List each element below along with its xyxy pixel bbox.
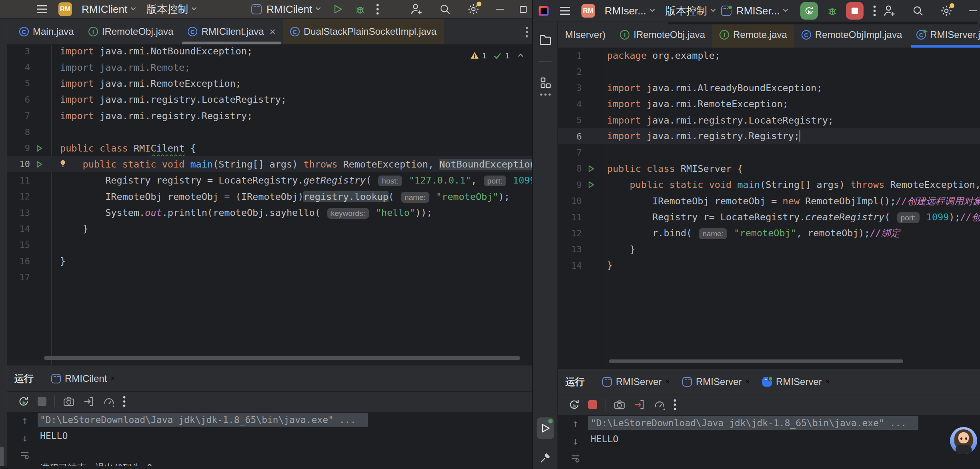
partial-stripe-icon[interactable] bbox=[0, 447, 4, 466]
run-tool-window: 运行 RMICilent× ↑ ↓ "D:\LeStoreDownload\Ja… bbox=[7, 365, 532, 466]
editor-tab-remoteobjimpl-java[interactable]: CRemoteObjImpl.java bbox=[794, 22, 909, 48]
code-with-me-icon[interactable] bbox=[410, 3, 423, 16]
stop-icon[interactable] bbox=[588, 400, 597, 409]
minimize-button[interactable] bbox=[496, 9, 504, 10]
run-config-name[interactable]: RMICilent bbox=[267, 3, 312, 16]
main-menu-icon[interactable] bbox=[35, 2, 49, 16]
project-badge[interactable]: RM bbox=[58, 2, 72, 16]
project-folder-icon[interactable] bbox=[533, 33, 557, 47]
code-line-2: 2 bbox=[558, 64, 980, 80]
settings-gear-icon[interactable] bbox=[940, 4, 953, 17]
code-editor[interactable]: 1package org.example;23import java.rmi.A… bbox=[558, 48, 980, 368]
code-line-8: 8public class RMIServer { bbox=[558, 161, 980, 177]
scroll-down-icon[interactable]: ↓ bbox=[572, 435, 579, 447]
rerun-icon[interactable] bbox=[568, 399, 580, 411]
editor-tab-miserver-[interactable]: MIserver) bbox=[558, 22, 613, 48]
run-console[interactable]: ↑ ↓ "D:\LeStoreDownload\Java jdk\jdk-1.8… bbox=[7, 412, 532, 466]
close-icon[interactable]: × bbox=[270, 26, 276, 38]
titlebar: RM RMIClient 版本控制 RMICilent bbox=[0, 0, 532, 19]
debug-button[interactable] bbox=[827, 5, 838, 16]
stop-icon[interactable] bbox=[38, 397, 46, 406]
run-gutter-icon[interactable] bbox=[587, 180, 595, 189]
close-icon[interactable]: × bbox=[666, 378, 669, 385]
structure-icon[interactable] bbox=[533, 76, 557, 89]
debug-button[interactable] bbox=[355, 4, 366, 15]
project-selector[interactable]: RMIser... bbox=[605, 5, 656, 17]
more-icon[interactable] bbox=[123, 395, 126, 407]
run-console[interactable]: ↑ ↓ "D:\LeStoreDownload\Java jdk\jdk-1.8… bbox=[558, 415, 980, 469]
search-icon[interactable] bbox=[912, 5, 924, 17]
run-tool-window-button[interactable] bbox=[537, 417, 554, 439]
running-dot bbox=[548, 419, 553, 423]
vcs-label: 版本控制 bbox=[665, 4, 707, 18]
profiler-gauge-icon[interactable] bbox=[653, 399, 665, 411]
project-badge[interactable]: RM bbox=[581, 4, 595, 18]
scroll-up-icon[interactable]: ↑ bbox=[572, 417, 579, 429]
close-icon[interactable]: × bbox=[746, 378, 750, 385]
horizontal-scrollbar[interactable] bbox=[609, 359, 903, 363]
editor-tab-main-java[interactable]: CMain.java bbox=[12, 19, 81, 44]
export-icon[interactable] bbox=[633, 399, 645, 411]
scroll-up-icon[interactable]: ↑ bbox=[22, 414, 28, 426]
more-tool-windows-icon[interactable] bbox=[533, 93, 557, 96]
more-actions-icon[interactable] bbox=[376, 3, 379, 15]
run-tab-rmicilent[interactable]: RMICilent× bbox=[45, 365, 125, 391]
project-selector[interactable]: RMIClient bbox=[82, 3, 137, 16]
run-tab-rmiserver[interactable]: RMIServer× bbox=[596, 369, 676, 395]
stop-button[interactable] bbox=[846, 2, 864, 20]
scroll-down-icon[interactable]: ↓ bbox=[22, 432, 28, 444]
close-icon[interactable]: × bbox=[826, 378, 830, 385]
vcs-widget[interactable]: 版本控制 bbox=[665, 4, 717, 18]
editor-tab-rmiserver-java[interactable]: CRMIServer.java× bbox=[909, 22, 980, 48]
lightbulb-icon[interactable] bbox=[58, 159, 67, 168]
run-config-name[interactable]: RMISer... bbox=[736, 5, 780, 17]
code-with-me-icon[interactable] bbox=[883, 4, 896, 17]
run-tab-rmiserver[interactable]: RMIServer× bbox=[676, 369, 756, 395]
assistant-avatar-overlay[interactable] bbox=[950, 427, 977, 454]
more-actions-icon[interactable] bbox=[873, 5, 876, 17]
build-hammer-icon[interactable] bbox=[533, 452, 557, 464]
soft-wrap-icon[interactable] bbox=[19, 449, 30, 463]
titlebar: RM RMIser... 版本控制 RMISer... bbox=[533, 0, 980, 22]
search-icon[interactable] bbox=[439, 3, 451, 15]
parameter-hint: name: bbox=[401, 192, 429, 203]
run-gutter-icon[interactable] bbox=[587, 164, 595, 173]
editor-tab-rmicilent-java[interactable]: CRMICilent.java× bbox=[180, 19, 283, 44]
rerun-button[interactable] bbox=[800, 2, 818, 20]
line-number: 11 bbox=[558, 212, 582, 222]
minimize-button[interactable] bbox=[969, 10, 977, 11]
thread-dump-camera-icon[interactable] bbox=[63, 395, 75, 407]
line-number: 12 bbox=[558, 228, 582, 238]
export-icon[interactable] bbox=[83, 395, 95, 407]
line-number: 2 bbox=[558, 67, 582, 77]
close-icon[interactable]: × bbox=[111, 375, 114, 382]
run-tab-rmiserver[interactable]: RMIServer× bbox=[756, 369, 840, 395]
inspections-widget[interactable]: 1 1 bbox=[470, 51, 524, 60]
soft-wrap-icon[interactable] bbox=[570, 453, 581, 466]
run-gutter-icon[interactable] bbox=[35, 160, 43, 169]
horizontal-scrollbar[interactable] bbox=[44, 356, 520, 360]
tab-list-more-icon[interactable] bbox=[525, 26, 528, 40]
thread-dump-camera-icon[interactable] bbox=[613, 399, 625, 411]
console-gutter: ↑ ↓ bbox=[13, 414, 37, 466]
editor-tab-dualstackplainsocketimpl-java[interactable]: CDualStackPlainSocketImpl.java bbox=[283, 19, 444, 44]
editor-tab-iremoteobj-java[interactable]: IIRemoteObj.java bbox=[81, 19, 181, 44]
code-editor[interactable]: 3import java.rmi.NotBoundException;4impo… bbox=[7, 45, 532, 365]
tab-label: Remote.java bbox=[733, 29, 787, 40]
profiler-gauge-icon[interactable] bbox=[103, 395, 115, 407]
rerun-icon[interactable] bbox=[18, 395, 30, 407]
run-gutter-icon[interactable] bbox=[35, 144, 43, 153]
editor-tab-iremoteobj-java[interactable]: IIRemoteObj.java bbox=[613, 22, 712, 48]
editor-tab-remote-java[interactable]: IRemote.java bbox=[712, 22, 794, 48]
run-button[interactable] bbox=[332, 4, 343, 15]
vcs-widget[interactable]: 版本控制 bbox=[146, 2, 198, 16]
maximize-button[interactable] bbox=[520, 6, 527, 13]
console-line: "D:\LeStoreDownload\Java jdk\jdk-1.8_65\… bbox=[591, 415, 980, 431]
run-panel-header: 运行 RMICilent× bbox=[7, 365, 532, 392]
tab-strip-scrollbar[interactable] bbox=[668, 22, 978, 24]
code-line-14: 14} bbox=[558, 257, 980, 273]
more-icon[interactable] bbox=[673, 399, 676, 411]
settings-gear-icon[interactable] bbox=[467, 3, 480, 16]
main-menu-icon[interactable] bbox=[558, 4, 572, 18]
run-config-icon bbox=[51, 374, 61, 383]
